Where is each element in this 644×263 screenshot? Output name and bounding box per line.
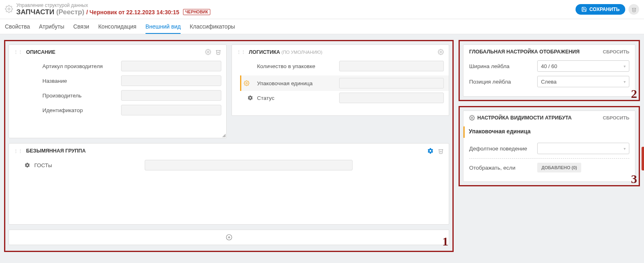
field-label: Статус (257, 95, 340, 101)
draft-badge: ЧЕРНОВИК (183, 9, 211, 15)
group-delete-button[interactable] (438, 148, 444, 154)
chevron-down-icon: ▾ (624, 64, 626, 69)
group-settings-button[interactable] (427, 148, 434, 154)
added-conditions-button[interactable]: ДОБАВЛЕНО (0) (537, 163, 581, 172)
field-settings-icon[interactable] (24, 162, 30, 168)
top-actions: СОХРАНИТЬ (576, 4, 639, 15)
field-label: Упаковочная единица (257, 80, 340, 86)
default-behavior-select[interactable]: ▾ (537, 143, 629, 154)
title-registry: (Реестр) (56, 8, 84, 16)
default-behavior-label: Дефолтное поведение (469, 146, 533, 152)
group-delete-button[interactable] (215, 49, 221, 55)
chevron-down-icon: ▾ (624, 146, 626, 151)
field-row[interactable]: Артикул производителя (30, 61, 221, 71)
panel-title: НАСТРОЙКА ВИДИМОСТИ АТРИБУТА (469, 115, 572, 121)
resize-handle-icon[interactable]: ◢ (222, 133, 225, 138)
breadcrumb-area: Управление структурой данных ЗАПЧАСТИ (Р… (5, 2, 210, 16)
drag-handle-icon[interactable]: ⋮⋮ (237, 50, 246, 54)
tab-properties[interactable]: Свойства (5, 19, 30, 34)
draft-timestamp: Черновик от 22.12.2023 14:30:15 (90, 9, 179, 15)
svg-point-0 (8, 8, 10, 10)
reset-button[interactable]: СБРОСИТЬ (603, 49, 629, 54)
field-input[interactable] (121, 105, 221, 115)
trash-icon (631, 7, 637, 12)
group-unnamed: ⋮⋮ БЕЗЫМЯННАЯ ГРУППА ГОСТ (9, 143, 449, 225)
svg-point-2 (440, 51, 442, 53)
field-row[interactable]: Производитель (30, 90, 221, 101)
field-input[interactable] (121, 61, 221, 71)
add-group-button[interactable] (9, 230, 449, 245)
annotation-3: 3 (631, 172, 637, 186)
show-if-label: Отображать, если (469, 165, 533, 171)
title-main: ЗАПЧАСТИ (16, 8, 54, 16)
attribute-visibility-settings: НАСТРОЙКА ВИДИМОСТИ АТРИБУТА СБРОСИТЬ Уп… (463, 111, 635, 182)
global-display-settings: ГЛОБАЛЬНАЯ НАСТРОЙКА ОТОБРАЖЕНИЯ СБРОСИТ… (463, 44, 635, 97)
panel-title-text: НАСТРОЙКА ВИДИМОСТИ АТРИБУТА (477, 115, 572, 121)
tab-classifiers[interactable]: Классификаторы (190, 19, 235, 34)
field-input[interactable] (339, 78, 444, 88)
field-label: ГОСТы (34, 162, 145, 168)
chevron-down-icon: ▾ (624, 80, 626, 84)
save-icon (581, 7, 587, 12)
page-title: ЗАПЧАСТИ (Реестр) / Черновик от 22.12.20… (16, 8, 210, 16)
label-pos-select[interactable]: Слева ▾ (537, 76, 629, 87)
field-input[interactable] (121, 75, 221, 86)
drag-handle-icon[interactable]: ⋮⋮ (14, 149, 23, 153)
group-default-hint: (ПО УМОЛЧАНИЮ) (282, 50, 322, 55)
group-settings-button[interactable] (205, 49, 211, 55)
group-settings-button[interactable] (438, 49, 444, 55)
group-logistics: ⋮⋮ ЛОГИСТИКА (ПО УМОЛЧАНИЮ) Кол (232, 44, 450, 116)
reset-button[interactable]: СБРОСИТЬ (603, 115, 629, 120)
group-description: ⋮⋮ ОПИСАНИЕ Артикул производител (9, 44, 227, 138)
svg-point-1 (207, 51, 209, 53)
group-title: ОПИСАНИЕ (26, 49, 55, 55)
field-label: Артикул производителя (42, 63, 121, 69)
svg-point-3 (246, 82, 247, 84)
field-label: Название (42, 78, 121, 84)
page-subtitle: Управление структурой данных (16, 2, 210, 8)
label-width-select[interactable]: 40 / 60 ▾ (537, 60, 629, 72)
gear-icon (5, 5, 13, 13)
field-settings-icon[interactable] (244, 80, 249, 86)
field-row[interactable]: Название (30, 75, 221, 86)
save-label: СОХРАНИТЬ (589, 7, 620, 12)
tab-attributes[interactable]: Атрибуты (39, 19, 64, 34)
field-input[interactable] (145, 160, 353, 170)
delete-button[interactable] (629, 4, 639, 15)
workspace: ⋮⋮ ОПИСАНИЕ Артикул производител (0, 34, 644, 256)
field-input[interactable] (121, 90, 221, 101)
select-value: 40 / 60 (541, 63, 557, 69)
tab-appearance[interactable]: Внешний вид (146, 19, 181, 34)
tab-relations[interactable]: Связи (73, 19, 89, 34)
save-button[interactable]: СОХРАНИТЬ (576, 4, 625, 15)
annotation-1: 1 (442, 234, 448, 248)
panel-title: ГЛОБАЛЬНАЯ НАСТРОЙКА ОТОБРАЖЕНИЯ (469, 49, 580, 55)
drag-handle-icon[interactable]: ⋮⋮ (14, 50, 23, 54)
field-settings-icon[interactable] (247, 95, 253, 101)
field-input[interactable] (339, 93, 444, 103)
label-width-label: Ширина лейбла (469, 63, 533, 69)
title-sep: / (86, 9, 90, 15)
field-row-selected[interactable]: Упаковочная единица (240, 75, 449, 91)
annotation-2: 2 (631, 87, 637, 101)
gear-icon (469, 115, 475, 121)
field-row[interactable]: Количество в упаковке (245, 61, 444, 71)
side-drawer-handle[interactable] (642, 147, 644, 170)
field-input[interactable] (339, 61, 444, 71)
field-row[interactable]: Статус (245, 93, 444, 103)
field-label: Количество в упаковке (257, 63, 340, 69)
group-title: ЛОГИСТИКА (ПО УМОЛЧАНИЮ) (249, 49, 322, 55)
select-value: Слева (541, 79, 556, 85)
top-bar: Управление структурой данных ЗАПЧАСТИ (Р… (0, 0, 644, 19)
layout-canvas: ⋮⋮ ОПИСАНИЕ Артикул производител (4, 40, 454, 252)
group-title-text: ЛОГИСТИКА (249, 49, 280, 55)
plus-circle-icon (225, 234, 233, 241)
svg-point-7 (471, 117, 473, 119)
right-column: ГЛОБАЛЬНАЯ НАСТРОЙКА ОТОБРАЖЕНИЯ СБРОСИТ… (459, 40, 640, 186)
divider (469, 158, 629, 159)
field-row[interactable]: Идентификатор (30, 105, 221, 115)
field-row[interactable]: ГОСТы (22, 160, 444, 170)
label-pos-label: Позиция лейбла (469, 79, 533, 85)
tab-consolidation[interactable]: Консолидация (98, 19, 137, 34)
group-title: БЕЗЫМЯННАЯ ГРУППА (26, 148, 86, 154)
